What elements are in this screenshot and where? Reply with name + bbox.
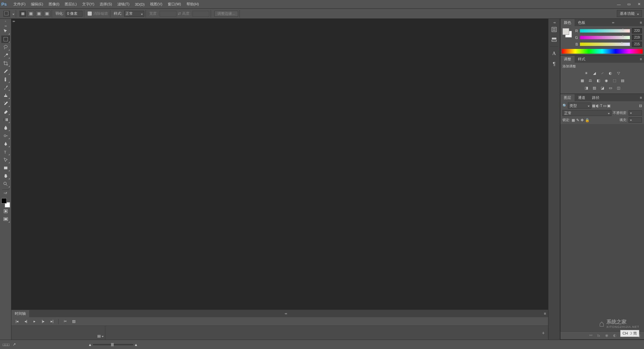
ime-indicator[interactable]: CH ☽ 简: [620, 330, 639, 337]
canvas-collapse[interactable]: ▸▸: [11, 19, 548, 23]
opacity-input[interactable]: [629, 110, 642, 116]
hand-tool[interactable]: [1, 172, 10, 180]
timeline-play[interactable]: ▸: [31, 318, 38, 325]
menu-file[interactable]: 文件(F): [11, 0, 28, 8]
blend-mode-select[interactable]: 正常: [562, 110, 611, 116]
history-panel-icon[interactable]: [549, 25, 559, 34]
tool-preset-dropdown[interactable]: [11, 12, 14, 16]
color-collapse[interactable]: ▸▸: [610, 21, 616, 24]
add-selection-button[interactable]: ▦: [28, 11, 34, 17]
layers-tab[interactable]: 图层: [560, 94, 575, 101]
layer-fx-icon[interactable]: fx: [596, 333, 602, 339]
menu-edit[interactable]: 编辑(E): [28, 0, 46, 8]
timeline-transition[interactable]: ▨: [70, 318, 77, 325]
r-slider[interactable]: [580, 29, 630, 33]
clone-stamp-tool[interactable]: [1, 92, 10, 99]
balance-adjust-icon[interactable]: ⚖: [587, 77, 593, 83]
refine-edge-button[interactable]: 调整边缘...: [214, 11, 238, 17]
hue-adjust-icon[interactable]: ▦: [579, 77, 585, 83]
timeline-menu[interactable]: ≡: [542, 311, 548, 315]
zoom-tool[interactable]: [1, 180, 10, 188]
minimize-button[interactable]: —: [614, 1, 624, 8]
lock-pixels-icon[interactable]: ✎: [576, 118, 579, 122]
timeline-last-frame[interactable]: ▸|: [48, 318, 56, 325]
maximize-button[interactable]: ▭: [624, 1, 634, 8]
dodge-tool[interactable]: [1, 132, 10, 139]
lock-position-icon[interactable]: ✥: [581, 118, 584, 122]
g-slider[interactable]: [580, 36, 630, 39]
filter-smart-icon[interactable]: ▣: [607, 104, 610, 108]
timeline-tracks[interactable]: +: [105, 326, 548, 340]
timeline-add-track[interactable]: +: [542, 330, 545, 336]
move-tool[interactable]: [1, 27, 10, 35]
new-adjust-layer-icon[interactable]: ◐: [612, 333, 618, 339]
timeline-options-icon[interactable]: ▤: [97, 334, 104, 338]
styles-tab[interactable]: 样式: [575, 56, 589, 63]
timeline-first-frame[interactable]: |◂: [13, 318, 21, 325]
curves-adjust-icon[interactable]: ⟋: [599, 70, 605, 76]
menu-type[interactable]: 文字(Y): [79, 0, 97, 8]
brush-tool[interactable]: [1, 84, 10, 91]
layers-panel-menu[interactable]: ≡: [638, 96, 644, 100]
workspace-switcher[interactable]: 基本功能: [617, 10, 642, 17]
eraser-tool[interactable]: [1, 108, 10, 115]
color-panel-menu[interactable]: ≡: [638, 20, 644, 24]
timeline-collapse[interactable]: ◂◂: [282, 312, 288, 315]
character-panel-icon[interactable]: A: [549, 49, 559, 58]
filter-search-icon[interactable]: 🔍: [562, 104, 567, 108]
menu-view[interactable]: 视图(V): [147, 0, 165, 8]
bw-adjust-icon[interactable]: ◧: [595, 77, 601, 83]
menu-filter[interactable]: 滤镜(T): [115, 0, 132, 8]
threshold-adjust-icon[interactable]: ◪: [599, 85, 605, 91]
eyedropper-tool[interactable]: [1, 68, 10, 75]
new-selection-button[interactable]: ▦: [19, 11, 26, 17]
posterize-adjust-icon[interactable]: ▨: [591, 85, 597, 91]
canvas[interactable]: [11, 23, 548, 309]
layers-list[interactable]: [560, 124, 644, 331]
swatches-tab[interactable]: 色板: [575, 19, 589, 26]
style-select[interactable]: 正常: [124, 11, 144, 17]
panel-fg-color[interactable]: [562, 28, 569, 35]
vibrance-adjust-icon[interactable]: ▽: [615, 70, 622, 76]
type-tool[interactable]: T: [1, 148, 10, 156]
b-slider[interactable]: [580, 43, 630, 46]
color-tab[interactable]: 颜色: [560, 19, 575, 26]
crop-tool[interactable]: [1, 60, 10, 67]
color-preview[interactable]: [562, 28, 572, 38]
color-spectrum[interactable]: [562, 49, 643, 54]
menu-help[interactable]: 帮助(H): [184, 0, 202, 8]
lasso-tool[interactable]: [1, 44, 10, 51]
path-selection-tool[interactable]: [1, 156, 10, 164]
color-swatches[interactable]: [1, 198, 10, 208]
status-zoom-slider[interactable]: ▲ ▲: [93, 344, 133, 345]
photo-filter-icon[interactable]: ◉: [603, 77, 609, 83]
r-value[interactable]: 220: [632, 28, 642, 34]
menu-image[interactable]: 图像(I): [46, 0, 62, 8]
invert-adjust-icon[interactable]: ◨: [583, 85, 589, 91]
fill-input[interactable]: [629, 117, 642, 123]
levels-adjust-icon[interactable]: ◢: [591, 70, 597, 76]
exposure-adjust-icon[interactable]: ◐: [607, 70, 613, 76]
properties-panel-icon[interactable]: [549, 35, 559, 44]
toolbar-collapse[interactable]: ▸▸: [5, 24, 7, 27]
timeline-cut[interactable]: ✂: [61, 318, 69, 325]
subtract-selection-button[interactable]: ▦: [36, 11, 42, 17]
menu-layer[interactable]: 图层(L): [62, 0, 79, 8]
filter-pixel-icon[interactable]: ▦: [592, 104, 595, 108]
timeline-next-frame[interactable]: |▸: [40, 318, 47, 325]
timeline-tab[interactable]: 时间轴: [11, 310, 29, 317]
menu-select[interactable]: 选择(S): [97, 0, 115, 8]
paragraph-panel-icon[interactable]: ¶: [549, 59, 559, 68]
swap-color-icon[interactable]: ▫↺: [1, 191, 10, 195]
adjustments-tab[interactable]: 调整: [560, 56, 575, 63]
screenmode-tool[interactable]: [1, 216, 10, 223]
link-layers-icon[interactable]: ⚯: [588, 333, 594, 339]
filter-adjust-icon[interactable]: ◐: [596, 104, 599, 108]
healing-brush-tool[interactable]: [1, 76, 10, 83]
filter-toggle[interactable]: ⊟: [639, 104, 642, 108]
adjust-panel-menu[interactable]: ≡: [638, 57, 644, 61]
toolbar-grip[interactable]: [2, 21, 9, 23]
channels-tab[interactable]: 通道: [575, 94, 589, 101]
lock-all-icon[interactable]: 🔒: [585, 118, 590, 122]
rectangle-tool[interactable]: [1, 164, 10, 172]
